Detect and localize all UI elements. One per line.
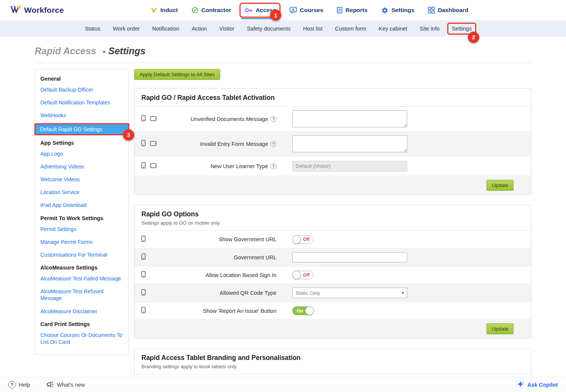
sidebar-header-permit-to-work: Permit To Work Settings: [35, 212, 129, 223]
nav-item-settings[interactable]: Settings: [381, 7, 414, 14]
card-tablet-activation: Rapid GO / Rapid Access Tablet Activatio…: [134, 88, 531, 195]
help-icon[interactable]: ?: [270, 141, 276, 147]
annotation-badge-1: 1: [270, 9, 281, 21]
tablet-icon: [150, 141, 156, 147]
toggle-knob: [292, 271, 301, 279]
nav-item-dashboard[interactable]: Dashboard: [428, 7, 468, 14]
card-footer: Update: [135, 319, 531, 338]
primary-nav: Induct Contractor Access 1 Courses: [64, 7, 555, 14]
nav-item-courses[interactable]: Courses: [290, 7, 323, 14]
field-control: [292, 110, 407, 127]
subnav-item-site-info[interactable]: Site info: [420, 26, 439, 32]
sidebar-item-default-rapid-go-settings[interactable]: Default Rapid GO Settings 3: [34, 123, 129, 135]
sidebar-item-label: Default Rapid GO Settings: [40, 126, 102, 132]
sidebar-item-choose-courses-or-documents[interactable]: Choose Courses Or Documents To List On C…: [35, 329, 129, 348]
card-title: Rapid GO Options: [141, 210, 524, 218]
induct-icon: [151, 8, 157, 13]
sidebar-item-default-notification-templates[interactable]: Default Notification Templates: [35, 96, 129, 109]
toggle-state-label: On: [297, 308, 303, 314]
top-nav: Workforce Induct Contractor Access 1: [0, 0, 566, 20]
field-label-text: Invalid Entry Form Message: [200, 141, 268, 147]
subnav-label: Visitor: [219, 26, 235, 32]
subnav-label: Site info: [420, 26, 439, 32]
sidebar-header-general: General: [35, 72, 129, 83]
whats-new-button[interactable]: What's new: [46, 381, 85, 389]
sidebar-item-advertising-videos[interactable]: Advertising Videos: [35, 160, 129, 173]
brand-logo[interactable]: Workforce: [11, 5, 64, 15]
field-label-text: New User Learner Type: [210, 163, 268, 169]
options-update-button[interactable]: Update: [486, 323, 514, 334]
help-button[interactable]: ? Help: [8, 381, 30, 389]
subnav-item-work-order[interactable]: Work order: [113, 26, 140, 32]
field-label: Show 'Report An Issue' Button: [163, 308, 276, 314]
subnav-label: Action: [192, 26, 207, 32]
sidebar-header-alcomeasure: AlcoMeasure Settings: [35, 261, 129, 272]
field-label-text: Allowed QR Code Type: [220, 290, 276, 296]
field-label: Allow Location Based Sign In: [163, 272, 276, 278]
activation-update-button[interactable]: Update: [486, 180, 514, 191]
subnav-item-notification[interactable]: Notification: [152, 26, 179, 32]
field-label: Government URL: [163, 254, 276, 260]
help-icon[interactable]: ?: [270, 163, 276, 169]
subnav-item-settings[interactable]: Settings 2: [452, 26, 471, 32]
subnav-label: Work order: [113, 26, 140, 32]
subnav-item-action[interactable]: Action: [192, 26, 207, 32]
row-allowed-qr-code-type: Allowed QR Code Type Static Only ▾: [135, 283, 531, 302]
sidebar-item-app-logo[interactable]: App Logo: [35, 147, 129, 160]
sidebar-item-default-backup-officer[interactable]: Default Backup Officer: [35, 83, 129, 96]
subnav-item-key-cabinet[interactable]: Key cabinet: [379, 26, 407, 32]
subnav-item-visitor[interactable]: Visitor: [219, 26, 235, 32]
invalid-entry-form-message-textarea[interactable]: [292, 135, 407, 152]
ask-copilot-button[interactable]: Ask Copilot: [517, 380, 558, 389]
sidebar-item-webhooks[interactable]: WebHooks: [35, 109, 129, 122]
unverified-documents-message-textarea[interactable]: [292, 110, 407, 127]
sidebar-item-alcomeasure-test-failed[interactable]: AlcoMeasure Test Failed Message: [35, 272, 129, 285]
sidebar-item-permit-settings[interactable]: Permit Settings: [35, 223, 129, 236]
card-header: Rapid Access Tablet Branding and Persona…: [135, 349, 531, 374]
card-header: Rapid GO Options Settings apply to GO on…: [135, 205, 531, 231]
subnav-label: Custom form: [335, 26, 366, 32]
toggle-state-label: Off: [303, 237, 310, 242]
subnav-item-host-list[interactable]: Host list: [303, 26, 323, 32]
nav-item-induct[interactable]: Induct: [151, 7, 178, 14]
apply-default-settings-button[interactable]: Apply Default Settings to All Sites: [134, 69, 220, 80]
row-icons: [141, 289, 163, 297]
sidebar-item-ipad-app-download[interactable]: iPad App Download: [35, 199, 129, 211]
nav-item-reports[interactable]: Reports: [337, 7, 368, 14]
subnav-item-safety-documents[interactable]: Safety documents: [247, 26, 291, 32]
sidebar-item-welcome-videos[interactable]: Welcome Videos: [35, 173, 129, 186]
field-label: Allowed QR Code Type: [163, 290, 276, 296]
select-value: Static Only: [296, 290, 320, 296]
row-show-government-url: Show Government URL Off: [135, 231, 531, 248]
nav-item-access[interactable]: Access 1: [245, 7, 276, 14]
field-label-text: Show 'Report An Issue' Button: [203, 308, 276, 314]
nav-label-contractor: Contractor: [201, 7, 231, 14]
whats-new-label: What's new: [57, 382, 85, 388]
dashboard-grid-icon: [428, 7, 435, 14]
subnav-item-custom-form[interactable]: Custom form: [335, 26, 366, 32]
sidebar-item-manage-permit-forms[interactable]: Manage Permit Forms: [35, 236, 129, 248]
row-government-url: Government URL: [135, 248, 531, 266]
nav-item-contractor[interactable]: Contractor: [192, 7, 231, 14]
show-government-url-toggle[interactable]: Off: [292, 235, 314, 244]
show-report-an-issue-toggle[interactable]: On: [292, 306, 314, 315]
sidebar-item-alcomeasure-disclaimer[interactable]: AlcoMeasure Disclaimer: [35, 305, 129, 318]
sidebar-item-location-service[interactable]: Location Service: [35, 186, 129, 199]
subnav-label: Key cabinet: [379, 26, 407, 32]
field-control: [292, 252, 407, 262]
allow-location-sign-in-toggle[interactable]: Off: [292, 271, 314, 279]
phone-icon: [141, 253, 146, 261]
card-header: Rapid GO / Rapid Access Tablet Activatio…: [135, 89, 531, 107]
allowed-qr-code-type-select[interactable]: Static Only ▾: [292, 288, 407, 298]
subnav-item-status[interactable]: Status: [85, 26, 100, 32]
card-title: Rapid GO / Rapid Access Tablet Activatio…: [141, 94, 524, 102]
sidebar-item-alcomeasure-test-refused[interactable]: AlcoMeasure Test Refused Message: [35, 285, 129, 305]
field-label-text: Allow Location Based Sign In: [206, 272, 276, 278]
field-label: New User Learner Type ?: [163, 163, 276, 169]
sidebar-item-customisations-for-terminal[interactable]: Customisations For Terminal: [35, 248, 129, 261]
help-icon[interactable]: ?: [270, 116, 276, 122]
phone-icon: [141, 236, 146, 243]
row-allow-location-based-sign-in: Allow Location Based Sign In Off: [135, 266, 531, 283]
government-url-input[interactable]: [292, 252, 407, 262]
field-control: Off: [292, 235, 314, 244]
